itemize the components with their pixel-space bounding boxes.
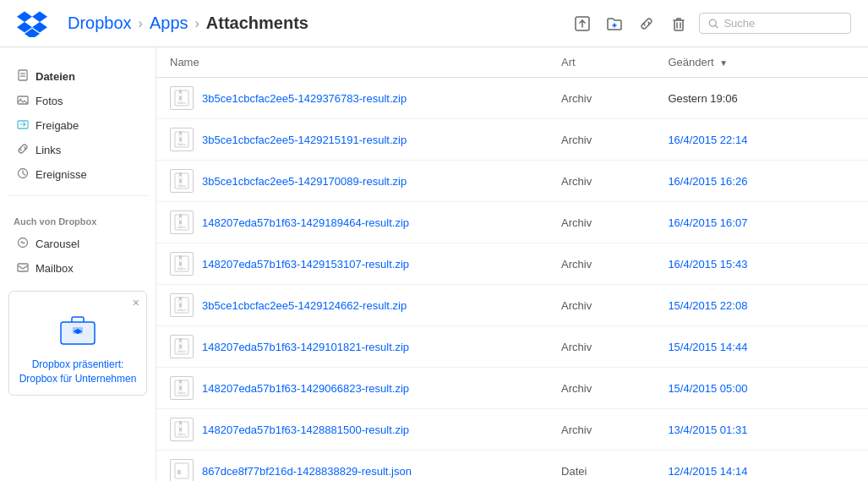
table-row: {} 867dce8f77bf216d-1428838829-result.js… bbox=[156, 451, 868, 482]
file-name-link[interactable]: 148207eda57b1f63-1429189464-result.zip bbox=[202, 216, 409, 229]
link-icon bbox=[17, 143, 29, 157]
svg-rect-25 bbox=[179, 134, 182, 138]
table-row: 148207eda57b1f63-1429101821-result.zip A… bbox=[156, 326, 868, 368]
cell-changed: 16/4/2015 16:26 bbox=[654, 161, 868, 202]
table-row: 148207eda57b1f63-1428881500-result.zip A… bbox=[156, 409, 868, 451]
file-type-icon bbox=[170, 418, 194, 441]
col-header-name[interactable]: Name bbox=[156, 47, 548, 78]
sidebar-label-mailbox: Mailbox bbox=[35, 262, 74, 275]
table-header-row: Name Art Geändert ▼ bbox=[156, 47, 868, 78]
breadcrumb-sep-2: › bbox=[195, 16, 199, 31]
breadcrumb: Dropbox › Apps › Attachments bbox=[68, 14, 570, 33]
cell-name: 148207eda57b1f63-1429153107-result.zip bbox=[156, 243, 548, 285]
file-type-icon bbox=[170, 86, 194, 110]
sidebar-label-links: Links bbox=[35, 144, 61, 156]
svg-rect-19 bbox=[179, 93, 182, 96]
photos-icon bbox=[17, 94, 29, 108]
promo-box: × Dropbox präsentiert: Dropbox für Unter… bbox=[8, 291, 147, 396]
file-type-icon: {} bbox=[170, 459, 194, 481]
sidebar-item-mailbox[interactable]: Mailbox bbox=[3, 256, 152, 281]
sidebar-label-carousel: Carousel bbox=[35, 238, 79, 250]
svg-rect-20 bbox=[179, 96, 182, 100]
sort-desc-icon: ▼ bbox=[719, 58, 728, 68]
promo-close-button[interactable]: × bbox=[133, 297, 139, 309]
table-row: 148207eda57b1f63-1429066823-result.zip A… bbox=[156, 368, 868, 409]
upload-file-button[interactable] bbox=[570, 12, 594, 36]
cell-name: 3b5ce1cbcfac2ee5-1429124662-result.zip bbox=[156, 285, 548, 326]
link-button[interactable] bbox=[635, 12, 658, 36]
file-name-link[interactable]: 148207eda57b1f63-1429153107-result.zip bbox=[202, 258, 409, 271]
cell-art: Archiv bbox=[548, 368, 654, 409]
file-type-icon bbox=[170, 252, 194, 276]
svg-rect-36 bbox=[179, 214, 182, 217]
breadcrumb-apps[interactable]: Apps bbox=[150, 14, 188, 33]
table-row: 3b5ce1cbcfac2ee5-1429215191-result.zip A… bbox=[156, 119, 868, 161]
sidebar-divider bbox=[7, 195, 149, 196]
cell-art: Archiv bbox=[548, 326, 654, 368]
sidebar-item-dateien[interactable]: Dateien bbox=[3, 64, 152, 89]
search-input[interactable] bbox=[723, 17, 842, 30]
cell-art: Archiv bbox=[548, 202, 654, 243]
svg-rect-69 bbox=[179, 431, 182, 435]
cell-art: Archiv bbox=[548, 409, 654, 451]
file-name-link[interactable]: 148207eda57b1f63-1428881500-result.zip bbox=[202, 424, 409, 436]
file-name-link[interactable]: 148207eda57b1f63-1429101821-result.zip bbox=[202, 341, 409, 353]
svg-rect-66 bbox=[179, 421, 182, 424]
file-icon bbox=[17, 69, 29, 84]
cell-changed: Gestern 19:06 bbox=[654, 78, 868, 119]
breadcrumb-sep-1: › bbox=[139, 16, 143, 31]
file-name-link[interactable]: 3b5ce1cbcfac2ee5-1429124662-result.zip bbox=[202, 299, 407, 312]
sidebar: Dateien Fotos Freigabe bbox=[0, 47, 156, 481]
svg-rect-55 bbox=[179, 342, 182, 345]
file-type-icon bbox=[170, 293, 194, 317]
cell-changed: 16/4/2015 22:14 bbox=[654, 119, 868, 161]
svg-rect-50 bbox=[179, 303, 182, 307]
svg-rect-61 bbox=[179, 383, 182, 386]
svg-rect-30 bbox=[179, 172, 182, 176]
svg-rect-56 bbox=[179, 345, 182, 348]
svg-rect-26 bbox=[179, 138, 182, 141]
sidebar-item-links[interactable]: Links bbox=[3, 138, 152, 162]
cell-changed: 15/4/2015 14:44 bbox=[654, 326, 868, 368]
svg-rect-21 bbox=[179, 100, 182, 103]
new-folder-button[interactable] bbox=[603, 12, 626, 36]
dropbox-logo bbox=[17, 7, 51, 41]
sidebar-item-fotos[interactable]: Fotos bbox=[3, 89, 152, 113]
cell-changed: 16/4/2015 16:07 bbox=[654, 202, 868, 243]
table-row: 148207eda57b1f63-1429189464-result.zip A… bbox=[156, 202, 868, 243]
breadcrumb-attachments: Attachments bbox=[206, 14, 308, 33]
col-header-changed[interactable]: Geändert ▼ bbox=[654, 47, 868, 78]
breadcrumb-dropbox[interactable]: Dropbox bbox=[68, 14, 132, 33]
svg-rect-18 bbox=[179, 90, 182, 93]
delete-button[interactable] bbox=[667, 12, 691, 36]
file-name-link[interactable]: 3b5ce1cbcfac2ee5-1429215191-result.zip bbox=[202, 134, 407, 146]
svg-rect-49 bbox=[179, 300, 182, 303]
file-name-link[interactable]: 148207eda57b1f63-1429066823-result.zip bbox=[202, 382, 409, 395]
table-row: 148207eda57b1f63-1429153107-result.zip A… bbox=[156, 243, 868, 285]
cell-name: 148207eda57b1f63-1429189464-result.zip bbox=[156, 202, 548, 243]
mailbox-icon bbox=[17, 261, 29, 276]
file-name-link[interactable]: 3b5ce1cbcfac2ee5-1429376783-result.zip bbox=[202, 92, 407, 105]
cell-art: Archiv bbox=[548, 161, 654, 202]
cell-changed: 15/4/2015 05:00 bbox=[654, 368, 868, 409]
svg-rect-67 bbox=[179, 424, 182, 428]
file-name-link[interactable]: 3b5ce1cbcfac2ee5-1429170089-result.zip bbox=[202, 175, 407, 188]
cell-art: Archiv bbox=[548, 285, 654, 326]
svg-text:{}: {} bbox=[177, 469, 181, 474]
events-icon bbox=[17, 167, 29, 182]
header: Dropbox › Apps › Attachments bbox=[0, 0, 868, 47]
sidebar-item-ereignisse[interactable]: Ereignisse bbox=[3, 162, 152, 187]
cell-art: Archiv bbox=[548, 78, 654, 119]
sidebar-item-carousel[interactable]: Carousel bbox=[3, 232, 152, 256]
sidebar-item-freigabe[interactable]: Freigabe bbox=[3, 113, 152, 138]
sidebar-section-label: Auch von Dropbox bbox=[0, 205, 156, 232]
file-name-link[interactable]: 867dce8f77bf216d-1428838829-result.json bbox=[202, 465, 412, 478]
col-header-art[interactable]: Art bbox=[548, 47, 654, 78]
promo-text[interactable]: Dropbox präsentiert: Dropbox für Unterne… bbox=[18, 358, 138, 386]
cell-name: 3b5ce1cbcfac2ee5-1429215191-result.zip bbox=[156, 119, 548, 161]
cell-name: 3b5ce1cbcfac2ee5-1429376783-result.zip bbox=[156, 78, 548, 119]
svg-rect-60 bbox=[179, 380, 182, 383]
svg-point-4 bbox=[709, 19, 716, 26]
file-content: Name Art Geändert ▼ 3b5ce1cbcfac2ee5-1 bbox=[156, 47, 868, 481]
promo-icon bbox=[18, 307, 138, 349]
